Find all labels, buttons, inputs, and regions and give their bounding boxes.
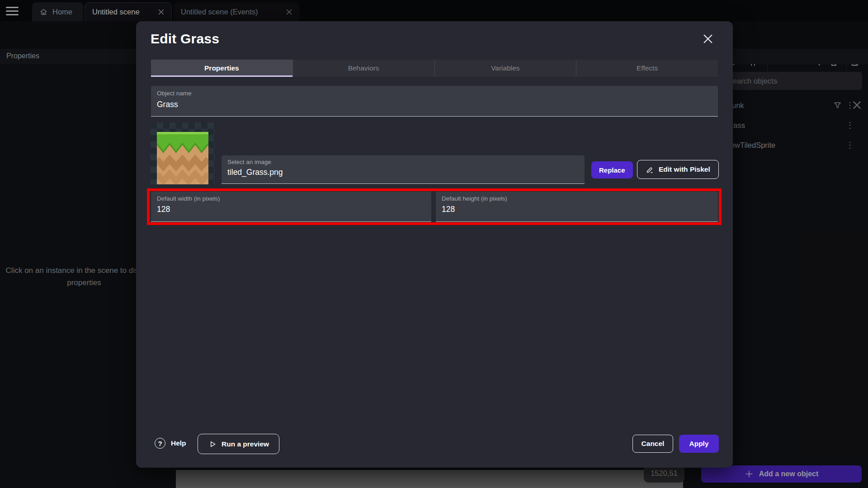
select-image-label: Select an image <box>227 159 271 165</box>
question-icon: ? <box>155 438 165 449</box>
play-icon <box>208 440 217 449</box>
edit-object-dialog: Edit Grass Properties Behaviors Variable… <box>136 21 733 468</box>
default-height-label: Default height (in pixels) <box>442 195 507 202</box>
dialog-tab-variables[interactable]: Variables <box>434 60 576 77</box>
default-width-label: Default width (in pixels) <box>157 195 220 202</box>
grass-tile-image <box>157 132 208 184</box>
help-button[interactable]: ? Help <box>155 438 186 449</box>
select-image-value: tiled_Grass.png <box>227 168 283 177</box>
default-height-field[interactable]: Default height (in pixels) 128 <box>436 192 718 222</box>
default-width-value: 128 <box>157 205 170 214</box>
default-height-value: 128 <box>442 205 455 214</box>
run-preview-button[interactable]: Run a preview <box>198 434 279 454</box>
object-name-value: Grass <box>157 100 178 109</box>
gdevelop-app: Home Untitled scene Untitled scene (Even… <box>0 0 868 488</box>
dialog-close-icon[interactable] <box>701 32 715 46</box>
dialog-tab-properties[interactable]: Properties <box>151 60 292 77</box>
default-width-field[interactable]: Default width (in pixels) 128 <box>151 192 431 222</box>
cancel-button[interactable]: Cancel <box>632 435 673 453</box>
dialog-tabs: Properties Behaviors Variables Effects <box>151 60 718 77</box>
edit-with-piskel-button[interactable]: Edit with Piskel <box>637 160 719 179</box>
object-name-label: Object name <box>157 90 192 97</box>
dialog-tab-behaviors[interactable]: Behaviors <box>292 60 434 77</box>
replace-image-button[interactable]: Replace <box>591 161 633 178</box>
pencil-icon <box>646 165 654 174</box>
dialog-title: Edit Grass <box>151 31 219 47</box>
object-name-field[interactable]: Object name Grass <box>151 86 718 117</box>
select-image-field[interactable]: Select an image tiled_Grass.png <box>222 155 585 184</box>
image-thumbnail[interactable] <box>151 122 215 184</box>
dialog-tab-effects[interactable]: Effects <box>576 60 718 77</box>
apply-button[interactable]: Apply <box>679 435 719 453</box>
